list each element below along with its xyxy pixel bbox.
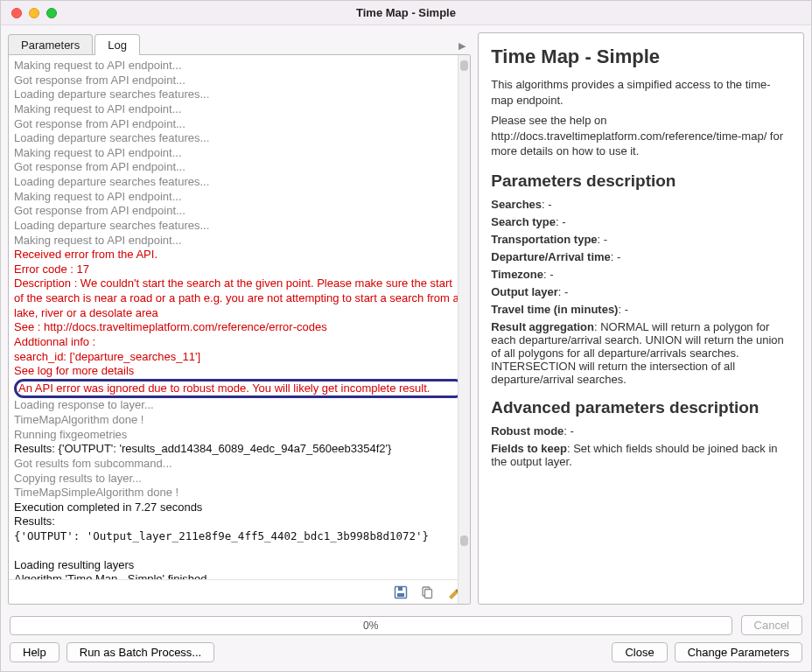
- help-params-heading: Parameters description: [491, 172, 791, 191]
- log-line: See log for more details: [14, 364, 465, 379]
- help-title: Time Map - Simple: [491, 46, 791, 68]
- help-param-label: Robust mode: [491, 424, 564, 438]
- help-param: Departure/Arrival time: -: [491, 250, 791, 263]
- svg-rect-1: [397, 593, 404, 597]
- change-parameters-button[interactable]: Change Parameters: [675, 642, 802, 662]
- log-line: TimeMapAlgorithm done !: [14, 413, 465, 428]
- help-param-label: Fields to keep: [491, 442, 567, 455]
- log-line: TimeMapSimpleAlgorithm done !: [14, 486, 465, 500]
- save-log-icon[interactable]: [393, 584, 409, 600]
- help-param: Result aggregation: NORMAL will return a…: [491, 320, 791, 386]
- help-adv-list: Robust mode: -Fields to keep: Set which …: [491, 424, 791, 468]
- svg-rect-2: [398, 587, 402, 591]
- help-param-label: Timezone: [491, 268, 543, 281]
- help-param: Output layer: -: [491, 285, 791, 298]
- close-window-icon[interactable]: [11, 8, 22, 18]
- log-line: Making request to API endpoint...: [14, 234, 465, 248]
- scroll-thumb-bottom[interactable]: [460, 536, 468, 546]
- left-pane: Parameters Log ▶ Making request to API e…: [8, 32, 471, 605]
- help-params-list: Searches: -Search type: -Transportation …: [491, 198, 791, 386]
- progress-text: 0%: [363, 620, 378, 632]
- help-param: Transportation type: -: [491, 233, 791, 246]
- help-param-desc: : -: [598, 233, 608, 246]
- minimize-window-icon[interactable]: [29, 8, 39, 18]
- svg-rect-4: [425, 589, 432, 598]
- help-param-desc: : -: [543, 268, 554, 281]
- help-intro-2: Please see the help on http://docs.trave…: [491, 113, 791, 159]
- log-line: Running fixgeometries: [14, 428, 465, 443]
- help-param-label: Searches: [491, 198, 542, 211]
- help-param-desc: : -: [564, 424, 574, 438]
- log-line: Error code : 17: [14, 262, 465, 277]
- titlebar: Time Map - Simple: [1, 1, 811, 25]
- tab-overflow-indicator[interactable]: ▶: [453, 37, 471, 55]
- scroll-thumb-top[interactable]: [460, 60, 468, 71]
- help-param-desc: : -: [558, 285, 569, 298]
- help-adv-heading: Advanced parameters description: [491, 398, 791, 417]
- help-param: Searches: -: [491, 198, 791, 211]
- log-line: Got response from API endpoint...: [14, 74, 465, 88]
- log-line: Results: {'OUTPUT': 'results_add14384_60…: [14, 442, 465, 457]
- log-line: Making request to API endpoint...: [14, 59, 465, 74]
- close-button[interactable]: Close: [612, 642, 667, 662]
- help-param-desc: : -: [618, 303, 628, 316]
- log-line: Results:: [14, 514, 465, 529]
- log-line: Algorithm 'Time Map - Simple' finished: [14, 572, 465, 579]
- log-line-highlighted: An API error was ignored due to robust m…: [14, 379, 465, 399]
- log-line: search_id: ['departure_searches_11']: [14, 350, 465, 365]
- help-param-label: Output layer: [491, 285, 558, 298]
- help-param-label: Search type: [491, 215, 556, 228]
- log-line: Making request to API endpoint...: [14, 102, 465, 117]
- log-line: Loading departure searches features...: [14, 219, 465, 234]
- log-line: Making request to API endpoint...: [14, 190, 465, 205]
- log-line: Loading departure searches features...: [14, 88, 465, 102]
- window-controls: [1, 8, 57, 18]
- zoom-window-icon[interactable]: [46, 8, 57, 18]
- help-param: Fields to keep: Set which fields should …: [491, 442, 791, 468]
- log-line: [14, 543, 465, 558]
- log-line: Loading response to layer...: [14, 398, 465, 413]
- progress-bar: 0%: [10, 616, 732, 635]
- run-batch-button[interactable]: Run as Batch Process...: [66, 642, 214, 662]
- help-param-desc: : -: [542, 198, 552, 211]
- help-param-label: Departure/Arrival time: [491, 250, 611, 263]
- log-scrollbar[interactable]: [458, 55, 470, 604]
- help-param: Search type: -: [491, 215, 791, 228]
- window-title: Time Map - Simple: [1, 6, 811, 19]
- log-line: Got response from API endpoint...: [14, 117, 465, 132]
- log-line: Execution completed in 7.27 seconds: [14, 500, 465, 515]
- help-param-label: Transportation type: [491, 233, 597, 246]
- help-param-label: Travel time (in minutes): [491, 303, 618, 316]
- log-line: Received error from the API.: [14, 248, 465, 262]
- help-intro-1: This algorithms provides a simpified acc…: [491, 77, 791, 108]
- help-param: Robust mode: -: [491, 424, 791, 438]
- log-line: Description : We couldn't start the sear…: [14, 276, 465, 320]
- tab-log[interactable]: Log: [94, 34, 140, 55]
- log-line: {'OUTPUT': 'Output_layer_211e8f9e_4ff5_4…: [14, 529, 465, 543]
- help-param: Timezone: -: [491, 268, 791, 281]
- help-panel[interactable]: Time Map - Simple This algorithms provid…: [478, 32, 804, 605]
- bottom-button-row: Help Run as Batch Process... Close Chang…: [1, 640, 811, 671]
- tab-parameters[interactable]: Parameters: [8, 34, 93, 55]
- help-param-desc: : -: [556, 215, 566, 228]
- log-output[interactable]: Making request to API endpoint...Got res…: [9, 55, 470, 579]
- log-line: Got response from API endpoint...: [14, 160, 465, 175]
- log-line: Loading departure searches features...: [14, 175, 465, 190]
- help-param: Travel time (in minutes): -: [491, 303, 791, 316]
- dialog-body: Parameters Log ▶ Making request to API e…: [1, 25, 811, 612]
- log-line: Got response from API endpoint...: [14, 204, 465, 219]
- help-param-desc: : -: [611, 250, 621, 263]
- log-line: Loading resulting layers: [14, 558, 465, 573]
- help-button[interactable]: Help: [10, 642, 60, 662]
- log-line: See : http://docs.traveltimeplatform.com…: [14, 320, 465, 335]
- dialog-window: Time Map - Simple Parameters Log ▶ Makin…: [0, 0, 812, 672]
- log-line: Copying results to layer...: [14, 472, 465, 486]
- log-panel: Making request to API endpoint...Got res…: [8, 54, 471, 605]
- copy-log-icon[interactable]: [419, 584, 435, 600]
- log-line: Loading departure searches features...: [14, 131, 465, 146]
- log-line: Making request to API endpoint...: [14, 146, 465, 161]
- log-toolbar: [9, 579, 470, 604]
- log-line: Addtionnal info :: [14, 335, 465, 350]
- progress-row: 0% Cancel: [1, 612, 811, 640]
- cancel-button: Cancel: [741, 615, 802, 635]
